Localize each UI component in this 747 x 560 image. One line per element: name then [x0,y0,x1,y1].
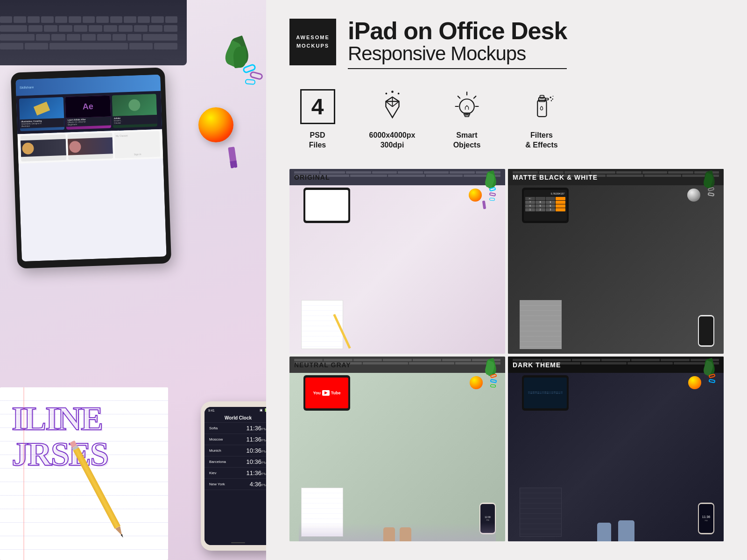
product-title-main: iPad on Office Desk [348,19,567,43]
svg-point-19 [550,97,552,98]
svg-line-5 [392,101,399,106]
svg-rect-14 [465,115,469,117]
svg-line-4 [386,101,392,106]
preview-neutral: You ▶ Tube 12:30 PM [289,357,505,541]
psd-label: PSD Files [309,131,326,150]
filter-icon [523,88,560,125]
ipad-device: Skillshare Illustration: Creating Geomet… [11,67,171,268]
title-divider [348,68,567,69]
calculator-display: 0,761594157 [525,191,565,196]
preview-dark-label: DARK THEME [513,361,561,369]
resolution-label: 6000x4000px 300dpi [369,131,416,150]
features-section: 4 PSD Files [289,83,724,155]
svg-point-21 [551,100,552,102]
brand-logo: AWESOME MOCKUPS [289,19,336,65]
filters-label: Filters & Effects [525,131,557,150]
bulb-icon [448,88,486,125]
preview-dark: 11:36 PM DARK THEME [508,357,724,541]
product-info-panel: AWESOME MOCKUPS iPad on Office Desk Resp… [266,0,747,560]
preview-matte: 0,761594157 AC 7 8 9 4 5 6 [508,169,724,354]
hero-image-panel: Skillshare Illustration: Creating Geomet… [0,0,266,560]
notebook: ILINE JRSES [0,387,168,560]
preview-original-label: ORIGINAL [294,174,330,181]
svg-line-8 [474,96,476,98]
svg-line-10 [458,96,460,98]
feature-smart-objects: Smart Objects [439,88,495,150]
svg-point-12 [459,99,474,114]
phone-statusbar: 9:41 ▣ 🔋 [204,407,266,413]
time-moscow: 11:36PM [246,436,266,443]
product-title-block: iPad on Office Desk Responsive Mockups [348,19,567,69]
preview-matte-label: MATTE BLACK & WHITE [513,174,598,181]
feature-filters: Filters & Effects [514,88,570,150]
phone-app-title: World Clock [204,413,266,423]
feature-psd: 4 PSD Files [289,88,345,150]
preview-original: ORIGINAL [289,169,505,354]
iphone-device: 9:41 ▣ 🔋 World Clock Sofia 11:36PM [201,401,266,551]
feature-resolution: 6000x4000px 300dpi [364,88,420,150]
preview-grid: ORIGINAL 0,761594157 [289,169,724,541]
time-barcelona: 10:36PM [246,458,266,465]
time-kiev: 11:36PM [246,469,266,476]
svg-point-1 [385,92,387,94]
time-newyork: 4:36PM [250,481,266,488]
product-header: AWESOME MOCKUPS iPad on Office Desk Resp… [289,19,724,69]
rubber-band-ball [198,107,233,142]
city-barcelona: Barcelona [209,460,226,464]
brand-name-line1: AWESOME [296,34,329,42]
svg-point-2 [397,92,399,94]
city-newyork: New York [209,482,225,486]
diamond-icon [374,88,411,125]
svg-point-20 [552,98,553,100]
preview-neutral-label: NEUTRAL GRAY [294,361,351,369]
desk-scene: Skillshare Illustration: Creating Geomet… [0,0,266,560]
city-kiev: Kiev [209,471,217,475]
psd-number: 4 [300,89,335,124]
svg-point-0 [391,91,394,93]
svg-point-22 [553,96,554,97]
city-moscow: Moscow [209,437,223,441]
time-munich: 10:36PM [246,447,266,454]
city-munich: Munich [209,448,221,453]
product-title-sub: Responsive Mockups [348,43,567,64]
keyboard [0,0,187,65]
time-sofia: 11:36PM [246,425,266,432]
psd-icon: 4 [299,88,336,125]
svg-rect-15 [537,100,546,117]
city-sofia: Sofia [209,426,218,430]
brand-name-line2: MOCKUPS [296,42,329,50]
smart-objects-label: Smart Objects [453,131,481,150]
